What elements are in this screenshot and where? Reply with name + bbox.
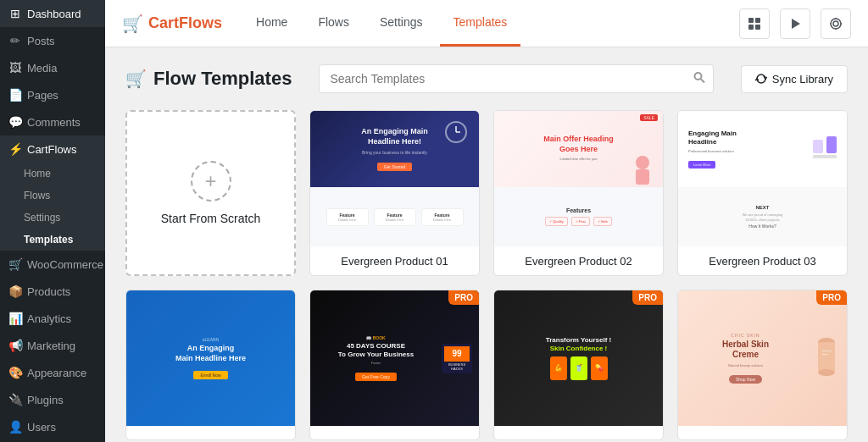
tab-flows[interactable]: Flows — [304, 0, 363, 47]
sidebar-item-dashboard[interactable]: ⊞ Dashboard — [0, 0, 105, 27]
sidebar-subitem-templates[interactable]: Templates — [0, 229, 105, 251]
svg-point-6 — [833, 21, 838, 26]
nav-tabs: Home Flows Settings Templates — [242, 0, 520, 47]
sidebar-item-analytics[interactable]: 📊 Analytics — [0, 305, 105, 332]
nav-icons — [739, 8, 851, 39]
sidebar-item-label: Marketing — [27, 340, 75, 352]
svg-point-16 — [636, 156, 649, 169]
svg-rect-25 — [821, 354, 828, 355]
sidebar-item-plugins[interactable]: 🔌 Plugins — [0, 386, 105, 413]
content-area: 🛒 Flow Templates — [105, 47, 868, 442]
sidebar-subitem-flows[interactable]: Flows — [0, 185, 105, 207]
template-preview-course: eLEARN An EngagingMain Headline Here Enr… — [126, 290, 295, 426]
top-nav: 🛒 CartFlows Home Flows Settings Template… — [105, 0, 868, 47]
grid-view-button[interactable] — [739, 8, 770, 39]
template-preview-fitness: PRO Transform Yourself !Skin Confidence … — [494, 290, 663, 426]
star-icon — [829, 17, 843, 30]
sidebar-submenu: Home Flows Settings Templates — [0, 163, 105, 251]
template-card-course[interactable]: eLEARN An EngagingMain Headline Here Enr… — [125, 290, 296, 440]
users-icon: 👤 — [8, 420, 22, 434]
svg-point-23 — [818, 369, 835, 376]
tab-templates[interactable]: Templates — [440, 0, 521, 47]
sidebar-item-comments[interactable]: 💬 Comments — [0, 108, 105, 135]
video-icon — [788, 17, 802, 30]
templates-grid: + Start From Scratch An Engaging MainHea… — [125, 110, 848, 276]
scratch-card[interactable]: + Start From Scratch — [125, 110, 296, 276]
template-card-evergreen-02[interactable]: SALE Main Offer HeadingGoes Here Limited… — [493, 110, 664, 276]
template-card-evergreen-03[interactable]: Engaging MainHeadline Professional busin… — [677, 110, 848, 276]
svg-rect-2 — [748, 25, 754, 30]
analytics-icon: 📊 — [8, 312, 22, 325]
svg-point-5 — [831, 19, 841, 29]
grid-icon — [748, 17, 761, 30]
template-preview-03: Engaging MainHeadline Professional busin… — [678, 111, 847, 246]
template-card-evergreen-01[interactable]: An Engaging MainHeadline Here! Bring you… — [309, 110, 480, 276]
sidebar-item-woocommerce[interactable]: 🛒 WooCommerce — [0, 251, 105, 278]
woocommerce-icon: 🛒 — [8, 257, 22, 271]
sidebar-item-label: Media — [27, 62, 57, 75]
template-label-fitness — [494, 426, 663, 439]
sidebar-item-cartflows[interactable]: ⚡ CartFlows — [0, 135, 105, 163]
search-wrap — [319, 64, 713, 93]
sidebar-item-label: Comments — [27, 116, 81, 129]
svg-rect-3 — [755, 25, 760, 30]
pro-badge-book: PRO — [448, 290, 479, 305]
template-card-skin[interactable]: PRO CHIC SKIN Herbal SkinCreme Natural b… — [677, 290, 848, 440]
sidebar-item-label: Appearance — [27, 367, 86, 379]
sidebar-item-posts[interactable]: ✏ Posts — [0, 27, 105, 54]
sidebar-item-products[interactable]: 📦 Products — [0, 278, 105, 305]
sidebar-item-marketing[interactable]: 📢 Marketing — [0, 332, 105, 359]
sync-icon — [755, 73, 767, 85]
appearance-icon: 🎨 — [8, 366, 22, 379]
sidebar-item-label: Users — [27, 421, 56, 434]
sidebar-item-users[interactable]: 👤 Users — [0, 413, 105, 440]
svg-rect-0 — [748, 18, 754, 23]
svg-rect-24 — [821, 351, 832, 351]
svg-marker-4 — [792, 19, 800, 29]
template-label-book — [310, 426, 479, 439]
template-card-fitness[interactable]: PRO Transform Yourself !Skin Confidence … — [493, 290, 664, 440]
sidebar-subitem-home[interactable]: Home — [0, 163, 105, 185]
dashboard-icon: ⊞ — [8, 7, 22, 20]
svg-rect-19 — [826, 136, 837, 153]
template-preview-02: SALE Main Offer HeadingGoes Here Limited… — [494, 111, 663, 246]
svg-rect-18 — [813, 140, 823, 153]
sidebar-item-label: CartFlows — [27, 143, 77, 156]
sidebar-item-label: Pages — [27, 89, 58, 102]
search-icon — [693, 72, 705, 86]
sidebar-subitem-label: Home — [24, 168, 51, 180]
template-card-book[interactable]: PRO 📖 BOOK 45 DAYS COURSETo Grow Your Bu… — [309, 290, 480, 440]
template-label-01: Evergreen Product 01 — [310, 246, 479, 274]
sidebar-subitem-label: Templates — [24, 234, 73, 246]
template-label-skin — [678, 426, 847, 439]
svg-point-11 — [694, 73, 701, 80]
brand-icon: 🛒 — [122, 14, 143, 34]
svg-rect-22 — [818, 342, 835, 373]
brand: 🛒 CartFlows — [122, 14, 222, 34]
sync-library-label: Sync Library — [772, 73, 833, 86]
star-button[interactable] — [821, 8, 851, 39]
page-title-wrap: 🛒 Flow Templates — [125, 68, 292, 90]
template-preview-01: An Engaging MainHeadline Here! Bring you… — [310, 111, 479, 246]
sync-library-button[interactable]: Sync Library — [741, 65, 848, 93]
sidebar-item-label: Products — [27, 285, 70, 298]
sidebar-item-appearance[interactable]: 🎨 Appearance — [0, 359, 105, 386]
sidebar-item-pages[interactable]: 📄 Pages — [0, 81, 105, 108]
template-label-02: Evergreen Product 02 — [494, 246, 663, 274]
sidebar-item-label: Plugins — [27, 394, 64, 406]
brand-name: CartFlows — [148, 14, 222, 32]
products-icon: 📦 — [8, 285, 22, 298]
tab-home[interactable]: Home — [242, 0, 301, 47]
video-button[interactable] — [780, 8, 810, 39]
sidebar-subitem-settings[interactable]: Settings — [0, 207, 105, 229]
marketing-icon: 📢 — [8, 339, 22, 352]
page-header: 🛒 Flow Templates — [125, 64, 848, 93]
search-input[interactable] — [319, 64, 713, 93]
tab-settings[interactable]: Settings — [366, 0, 437, 47]
sidebar: ⊞ Dashboard ✏ Posts 🖼 Media 📄 Pages 💬 Co… — [0, 0, 105, 442]
posts-icon: ✏ — [8, 34, 22, 47]
scratch-plus-icon: + — [191, 161, 231, 202]
template-label-course — [126, 426, 295, 439]
svg-rect-20 — [813, 155, 837, 158]
sidebar-item-media[interactable]: 🖼 Media — [0, 54, 105, 81]
